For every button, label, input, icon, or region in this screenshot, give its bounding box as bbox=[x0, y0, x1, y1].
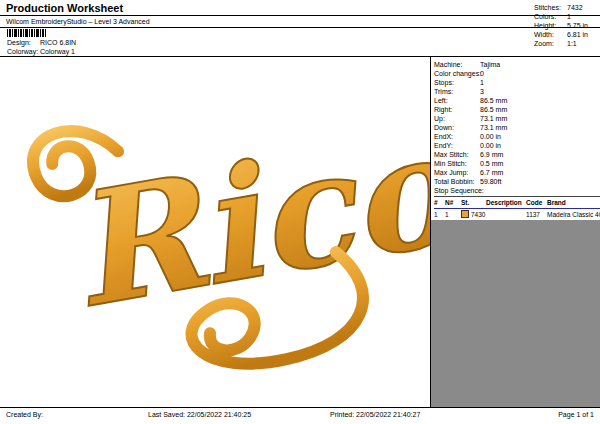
machine-row: EndX:0.00 in bbox=[434, 132, 600, 141]
thread-color-swatch bbox=[461, 210, 469, 218]
machine-label: Max Jump: bbox=[434, 168, 480, 177]
colorway-value: Colorway 1 bbox=[40, 47, 75, 56]
cell-code: 1137 bbox=[526, 210, 540, 219]
last-saved-text: Last Saved: 22/05/2022 21:40:25 bbox=[148, 410, 251, 419]
stat-row: Zoom:1:1 bbox=[534, 39, 600, 48]
machine-row: Color changes:0 bbox=[434, 69, 600, 78]
machine-row: Max Stitch:6.9 mm bbox=[434, 150, 600, 159]
design-name-value: RICO 6.8IN bbox=[40, 38, 76, 47]
cell-num: 1 bbox=[434, 210, 438, 219]
machine-value: Tajima bbox=[480, 61, 500, 68]
machine-value: 0.00 in bbox=[480, 142, 501, 149]
divider-header-bottom bbox=[0, 56, 600, 57]
divider-stop-title bbox=[434, 196, 600, 197]
thread-number: 7430 bbox=[471, 211, 485, 218]
machine-row: Trims:3 bbox=[434, 87, 600, 96]
stat-label: Stitches: bbox=[534, 3, 567, 12]
machine-value: 73.1 mm bbox=[480, 124, 507, 131]
stop-sequence-title: Stop Sequence: bbox=[434, 186, 484, 195]
stat-value: 1 bbox=[567, 13, 571, 20]
cell-brand: Madeira Classic 40 bbox=[547, 210, 600, 219]
stat-value: 6.81 in bbox=[567, 31, 588, 38]
stat-label: Width: bbox=[534, 30, 567, 39]
machine-row: Stops:1 bbox=[434, 78, 600, 87]
software-subtitle: Wilcom EmbroideryStudio – Level 3 Advanc… bbox=[6, 17, 150, 26]
machine-value: 0.5 mm bbox=[480, 160, 503, 167]
design-label: Design: bbox=[7, 38, 31, 47]
col-header-code: Code bbox=[526, 198, 542, 207]
machine-row: Left:86.5 mm bbox=[434, 96, 600, 105]
col-header-num: # bbox=[434, 198, 438, 207]
machine-row: EndY:0.00 in bbox=[434, 141, 600, 150]
machine-label: Right: bbox=[434, 105, 480, 114]
stats-panel: Stitches:7432 Colors:1 Height:5.75 in Wi… bbox=[534, 3, 600, 48]
machine-row: Up:73.1 mm bbox=[434, 114, 600, 123]
divider-footer bbox=[0, 407, 600, 408]
machine-label: Down: bbox=[434, 123, 480, 132]
machine-label: Stops: bbox=[434, 78, 480, 87]
machine-row: Min Stitch:0.5 mm bbox=[434, 159, 600, 168]
col-header-n: N# bbox=[445, 198, 453, 207]
machine-row: Total Bobbin:59.80ft bbox=[434, 177, 600, 186]
divider-table-header bbox=[434, 208, 600, 209]
machine-value: 59.80ft bbox=[480, 178, 501, 185]
machine-row: Down:73.1 mm bbox=[434, 123, 600, 132]
design-barcode bbox=[7, 29, 47, 37]
stat-row: Width:6.81 in bbox=[534, 30, 600, 39]
stat-row: Stitches:7432 bbox=[534, 3, 600, 12]
stat-value: 1:1 bbox=[567, 40, 577, 47]
machine-value: 0 bbox=[480, 70, 484, 77]
stat-label: Height: bbox=[534, 21, 567, 30]
page-title: Production Worksheet bbox=[6, 2, 123, 14]
stat-label: Colors: bbox=[534, 12, 567, 21]
col-header-brand: Brand bbox=[547, 198, 566, 207]
machine-row: Machine:Tajima bbox=[434, 60, 600, 69]
machine-label: Trims: bbox=[434, 87, 480, 96]
cell-n: 1 bbox=[445, 210, 449, 219]
machine-label: Machine: bbox=[434, 60, 480, 69]
divider-under-title bbox=[0, 15, 600, 16]
stat-label: Zoom: bbox=[534, 39, 567, 48]
machine-value: 1 bbox=[480, 79, 484, 86]
machine-label: Left: bbox=[434, 96, 480, 105]
machine-value: 3 bbox=[480, 88, 484, 95]
stat-value: 7432 bbox=[567, 4, 583, 11]
machine-label: Total Bobbin: bbox=[434, 177, 480, 186]
stat-row: Colors:1 bbox=[534, 12, 600, 21]
machine-label: Max Stitch: bbox=[434, 150, 480, 159]
machine-label: Color changes: bbox=[434, 69, 480, 78]
machine-value: 6.9 mm bbox=[480, 151, 503, 158]
machine-label: Up: bbox=[434, 114, 480, 123]
col-header-st: St. bbox=[461, 198, 469, 207]
machine-label: EndY: bbox=[434, 141, 480, 150]
machine-value: 6.7 mm bbox=[480, 169, 503, 176]
machine-info-panel: Machine:Tajima Color changes:0 Stops:1 T… bbox=[434, 60, 600, 186]
col-header-description: Description bbox=[486, 198, 522, 207]
stop-table-header: # N# St. Description Code Brand bbox=[434, 198, 600, 207]
machine-value: 73.1 mm bbox=[480, 115, 507, 122]
divider-under-subtitle bbox=[0, 27, 600, 28]
machine-value: 86.5 mm bbox=[480, 97, 507, 104]
machine-value: 86.5 mm bbox=[480, 106, 507, 113]
stop-table-row: 1 1 7430 1137 Madeira Classic 40 bbox=[434, 210, 600, 219]
colorway-label: Colorway: bbox=[7, 47, 38, 56]
machine-row: Max Jump:6.7 mm bbox=[434, 168, 600, 177]
machine-value: 0.00 in bbox=[480, 133, 501, 140]
page-number: Page 1 of 1 bbox=[558, 410, 594, 419]
embroidery-design-preview: Rico bbox=[10, 60, 430, 405]
production-worksheet-page: Production Worksheet Wilcom EmbroiderySt… bbox=[0, 0, 600, 424]
created-by-label: Created By: bbox=[6, 410, 43, 419]
stat-row: Height:5.75 in bbox=[534, 21, 600, 30]
cell-thread: 7430 bbox=[461, 210, 485, 219]
stat-value: 5.75 in bbox=[567, 22, 588, 29]
machine-row: Right:86.5 mm bbox=[434, 105, 600, 114]
app-background bbox=[431, 220, 600, 407]
machine-label: EndX: bbox=[434, 132, 480, 141]
printed-text: Printed: 22/05/2022 21:40:27 bbox=[330, 410, 420, 419]
machine-label: Min Stitch: bbox=[434, 159, 480, 168]
